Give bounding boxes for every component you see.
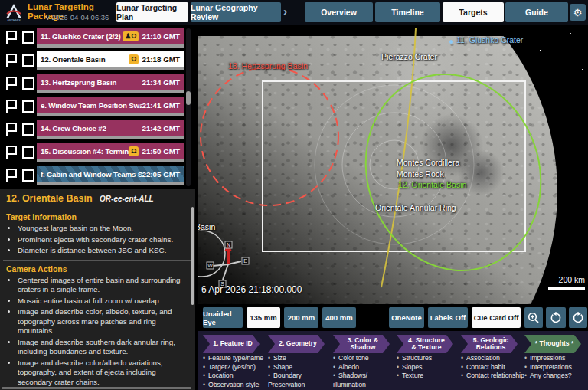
cue-list-color-shadow: Color tone Albedo Shadows/ illumination xyxy=(333,354,388,389)
cue-list-feature-id: Feature type/name Target? (yes/no) Locat… xyxy=(203,354,263,389)
simulation-timestamp: 6 Apr 2026 21:18:00.000 xyxy=(201,284,302,295)
checkbox[interactable] xyxy=(22,77,34,90)
hertzsprung-circle xyxy=(201,67,338,205)
tab-lunar-targeting-plan[interactable]: Lunar Targeting Plan xyxy=(116,2,188,22)
cue-header-geologic-relations: 5. Geologic Relations xyxy=(461,335,518,353)
checkbox[interactable] xyxy=(22,169,34,182)
timeline-row-discussion-terminator[interactable]: 15. Discussion #4: Terminator Ω 21:50 GM… xyxy=(37,143,184,162)
timeline-list: 11. Glushko Crater (2/2) ♟ Ω 21:10 GMT 1… xyxy=(0,25,195,189)
app-header: ARTEMIS Lunar Targeting Package v 2026-0… xyxy=(0,0,588,25)
checkbox[interactable] xyxy=(22,54,34,67)
map-label-annular-ring: Orientale Annular Ring xyxy=(375,203,456,212)
rotate-cw-icon xyxy=(572,312,584,324)
checkbox[interactable] xyxy=(22,100,34,113)
map-label-hertzsprung: 13. Hertzsprung Basin xyxy=(228,61,308,70)
cue-header-color-shadow: 3. Color & Shadow xyxy=(333,335,390,353)
settings-button[interactable]: ⚙ xyxy=(570,4,586,21)
audio-badge: Ω xyxy=(129,146,139,156)
timeline-row-hertzsprung[interactable]: 13. Hertzsprung Basin 21:34 GMT xyxy=(37,74,184,93)
checkbox[interactable] xyxy=(22,123,34,136)
labels-off-button[interactable]: Labels Off xyxy=(428,307,468,328)
timeline-row-window-swap[interactable]: e. Window Team Position Swap 21:41 GMT xyxy=(37,97,184,116)
svg-text:W: W xyxy=(207,263,213,268)
checkbox[interactable] xyxy=(22,146,34,159)
rotate-cw-button[interactable] xyxy=(569,307,587,328)
flag-icon[interactable] xyxy=(6,146,17,159)
cue-card-off-button[interactable]: Cue Card Off xyxy=(472,307,521,328)
audio-badge: Ω xyxy=(129,54,139,64)
flag-icon[interactable] xyxy=(6,169,17,182)
artemis-logo-icon: ARTEMIS xyxy=(4,2,24,22)
compass-gizmo: N W E S xyxy=(207,241,249,287)
map-label-pierazzo: Pierazzo Crater xyxy=(381,52,437,61)
lunar-targeting-app: ARTEMIS Lunar Targeting Package v 2026-0… xyxy=(0,0,588,390)
svg-text:ARTEMIS: ARTEMIS xyxy=(7,18,21,22)
tab-lunar-geography-review[interactable]: Lunar Geography Review xyxy=(191,2,281,22)
detail-title: 12. Orientale Basin OR-ee-ent-ALL xyxy=(6,193,188,204)
nav-timeline[interactable]: Timeline xyxy=(375,2,440,22)
timeline-scrollbar[interactable] xyxy=(186,28,191,186)
unaided-eye-button[interactable]: Unaided Eye xyxy=(203,307,243,328)
crew-audio-badge: ♟ Ω xyxy=(122,31,139,41)
headset-icon: Ω xyxy=(131,54,136,64)
timeline-row-glushko[interactable]: 11. Glushko Crater (2/2) ♟ Ω 21:10 GMT xyxy=(37,28,184,48)
flag-icon[interactable] xyxy=(6,54,17,67)
zoom-in-button[interactable] xyxy=(524,307,543,328)
onenote-button[interactable]: OneNote xyxy=(389,307,424,328)
svg-text:N: N xyxy=(227,242,230,247)
cue-header-feature-id: 1. Feature ID xyxy=(203,335,260,353)
view-toolbar: Unaided Eye 135 mm 200 mm 400 mm OneNote… xyxy=(198,304,588,331)
zoom-400mm-button[interactable]: 400 mm xyxy=(322,307,356,328)
cue-list-geologic-relations: Association Contact habit Contact relati… xyxy=(461,354,524,381)
gear-icon: ⚙ xyxy=(573,7,583,18)
cue-header-thoughts: * Thoughts * xyxy=(524,335,581,353)
detail-scrollbar-thumb[interactable] xyxy=(191,207,194,305)
camera-actions-list: Centered images of entire basin and surr… xyxy=(6,276,188,388)
chevron-right-icon[interactable]: › xyxy=(283,5,287,18)
orientale-ellipse xyxy=(338,50,567,296)
section-heading-target-info: Target Information xyxy=(6,212,188,221)
moon-map-view[interactable]: N W E S 11. Glushko Crater Pierazzo Crat… xyxy=(198,27,588,304)
flag-icon[interactable] xyxy=(6,31,17,44)
timeline-row-orientale-selected[interactable]: 12. Orientale Basin Ω 21:18 GMT xyxy=(37,51,184,70)
zoom-135mm-button[interactable]: 135 mm xyxy=(247,307,280,328)
nav-guide[interactable]: Guide xyxy=(505,2,568,22)
map-label-glushko: 11. Glushko Crater xyxy=(456,35,523,44)
headset-icon: Ω xyxy=(131,31,136,41)
flag-icon[interactable] xyxy=(6,100,17,113)
pronunciation: OR-ee-ent-ALL xyxy=(100,195,154,203)
rotate-ccw-icon xyxy=(550,312,562,324)
crew-icon: ♟ xyxy=(125,31,131,41)
cue-list-geometry: Size Shape Boundary Preservation xyxy=(268,354,323,389)
map-label-basin-partial: Basin xyxy=(198,222,215,231)
map-label-orientale: 12. Orientale Basin xyxy=(398,180,466,189)
detail-hscrollbar-thumb[interactable] xyxy=(2,387,191,389)
map-label-montes-rook: Montes Rook xyxy=(397,169,444,179)
target-detail-panel: 12. Orientale Basin OR-ee-ent-ALL Target… xyxy=(0,189,195,390)
cue-card-panel: 1. Feature ID 2. Geometry 3. Color & Sha… xyxy=(198,331,588,390)
nav-targets[interactable]: Targets xyxy=(443,2,504,22)
timeline-row-cabin-swap[interactable]: f. Cabin and Window Teams Swap 22:05 GMT xyxy=(37,166,184,185)
target-info-list: Youngest large basin on the Moon. Promin… xyxy=(6,224,188,256)
cue-header-geometry: 2. Geometry xyxy=(268,335,325,353)
cue-header-structure-texture: 4. Structure & Texture xyxy=(397,335,453,353)
timeline-row-crew-choice[interactable]: 14. Crew Choice #2 21:42 GMT xyxy=(37,120,184,139)
scale-bar xyxy=(548,287,585,290)
headset-icon: Ω xyxy=(131,146,136,156)
flag-icon[interactable] xyxy=(6,77,17,90)
cue-list-thoughts: Impressions Interpretations Any changes? xyxy=(524,354,572,381)
nav-overview[interactable]: Overview xyxy=(305,2,373,22)
section-heading-camera-actions: Camera Actions xyxy=(6,264,188,274)
app-version: v 2026-04-04 06:36 xyxy=(46,13,109,21)
zoom-200mm-button[interactable]: 200 mm xyxy=(284,307,318,328)
rotate-ccw-button[interactable] xyxy=(546,307,566,328)
svg-text:E: E xyxy=(243,258,247,264)
capture-frame xyxy=(263,81,525,251)
timeline-scrollbar-thumb[interactable] xyxy=(186,91,191,105)
checkbox[interactable] xyxy=(22,31,34,44)
magnifier-plus-icon xyxy=(528,312,540,324)
flag-icon[interactable] xyxy=(6,123,17,136)
scale-label: 200 km xyxy=(541,275,585,284)
cue-list-structure-texture: Structures Slopes Texture xyxy=(397,354,432,381)
map-label-montes-cordillera: Montes Cordillera xyxy=(397,158,459,167)
